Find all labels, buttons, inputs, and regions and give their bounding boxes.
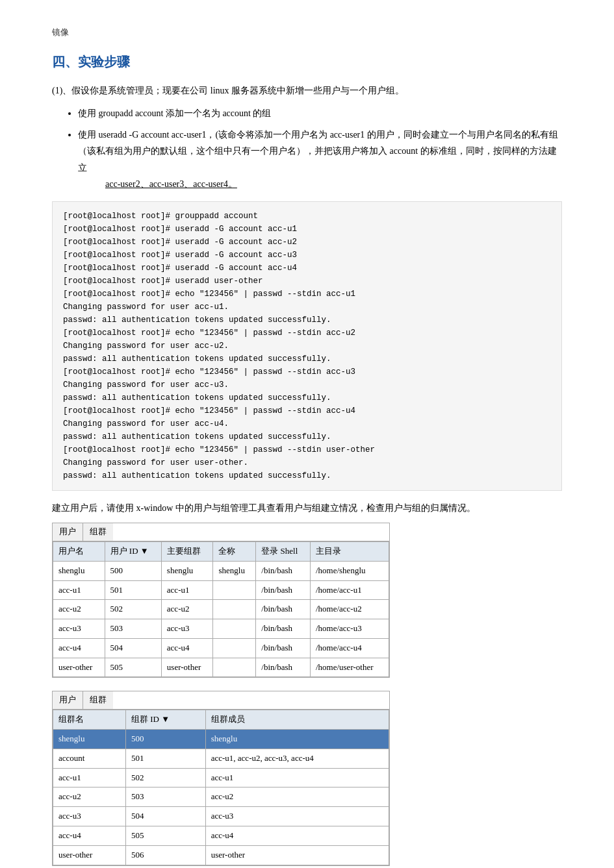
users-table: 用户名 用户 ID ▼ 主要组群 全称 登录 Shell 主目录 shenglu… — [53, 541, 389, 678]
after-code-text: 建立用户后，请使用 x-window 中的用户与组管理工具查看用户与组建立情况，… — [52, 500, 562, 516]
intro-text-1: (1)、假设你是系统管理员；现要在公司 linux 服务器系统中新增一些用户与一… — [52, 82, 562, 99]
bullet-item-1: 使用 groupadd account 添加一个名为 account 的组 — [78, 105, 562, 121]
tab-users-1[interactable]: 用户 — [53, 523, 83, 541]
code-block: [root@localhost root]# grouppadd account… — [52, 201, 562, 491]
col-groupname: 组群名 — [53, 710, 126, 730]
table-row: acc-u4505acc-u4 — [53, 826, 389, 846]
col-groupid[interactable]: 组群 ID ▼ — [125, 710, 205, 730]
table-row: acc-u1501acc-u1/bin/bash/home/acc-u1 — [53, 580, 389, 600]
table-row: acc-u1502acc-u1 — [53, 768, 389, 787]
tab-groups-1[interactable]: 组群 — [83, 523, 113, 541]
col-home: 主目录 — [310, 541, 389, 561]
table-row: acc-u4504acc-u4/bin/bash/home/acc-u4 — [53, 638, 389, 658]
col-shell: 登录 Shell — [256, 541, 311, 561]
tab-users-2[interactable]: 用户 — [53, 691, 83, 709]
table-row: account501acc-u1, acc-u2, acc-u3, acc-u4 — [53, 749, 389, 768]
table-row: user-other506user-other — [53, 845, 389, 865]
table-row: acc-u2503acc-u2 — [53, 787, 389, 807]
col-userid[interactable]: 用户 ID ▼ — [105, 541, 161, 561]
col-members: 组群成员 — [205, 710, 389, 730]
bullet-item-2: 使用 useradd -G account acc-user1，(该命令将添加一… — [78, 127, 562, 192]
col-username: 用户名 — [53, 541, 105, 561]
table-row: acc-u3503acc-u3/bin/bash/home/acc-u3 — [53, 619, 389, 639]
table-row: user-other505user-other/bin/bash/home/us… — [53, 658, 389, 677]
section-title: 四、实验步骤 — [52, 51, 562, 72]
table-row: shenglu500shenglu — [53, 730, 389, 749]
table-row: shenglu500shenglushenglu/bin/bash/home/s… — [53, 561, 389, 580]
breadcrumb: 镜像 — [52, 26, 562, 40]
table-row: acc-u2502acc-u2/bin/bash/home/acc-u2 — [53, 600, 389, 619]
users-table-wrapper: 用户 组群 用户名 用户 ID ▼ 主要组群 全称 登录 Shell 主目录 s… — [52, 523, 390, 678]
col-primary-group: 主要组群 — [161, 541, 213, 561]
groups-table: 组群名 组群 ID ▼ 组群成员 shenglu500shengluaccoun… — [53, 710, 389, 865]
tab-groups-2[interactable]: 组群 — [83, 691, 113, 709]
col-fullname: 全称 — [213, 541, 256, 561]
groups-table-wrapper: 用户 组群 组群名 组群 ID ▼ 组群成员 shenglu500shenglu… — [52, 691, 390, 865]
table-row: acc-u3504acc-u3 — [53, 807, 389, 826]
